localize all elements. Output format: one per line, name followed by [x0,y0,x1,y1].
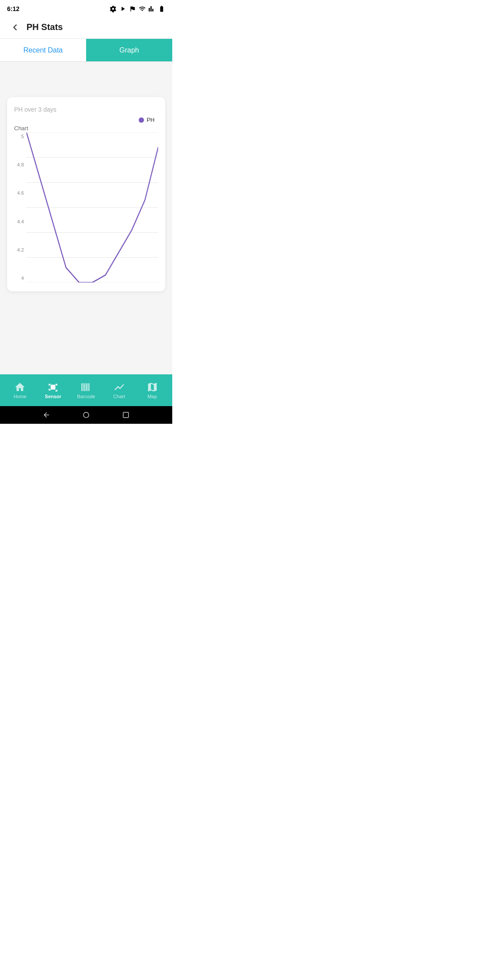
wifi-icon [139,5,146,12]
y-tick-5: 5 [21,134,24,139]
map-icon [147,381,158,393]
status-bar: 6:12 [0,0,172,16]
back-button[interactable] [7,19,23,35]
play-icon [119,5,126,12]
tab-graph[interactable]: Graph [86,39,172,61]
home-icon [14,381,26,393]
barcode-icon [80,381,92,393]
status-icons [110,5,165,12]
chart-card: PH over 3 days PH Chart 5 4.8 4.6 4.4 4.… [7,97,165,291]
main-content: PH over 3 days PH Chart 5 4.8 4.6 4.4 4.… [0,62,172,374]
bottom-nav: Home Sensor Barcode Chart Map [0,374,172,406]
nav-label-home: Home [14,394,26,399]
nav-label-sensor: Sensor [45,394,61,399]
y-tick-46: 4.6 [17,191,24,196]
android-recents-button[interactable] [121,411,130,419]
y-tick-42: 4.2 [17,248,24,253]
nav-label-chart: Chart [113,394,125,399]
nav-item-sensor[interactable]: Sensor [37,378,70,403]
nav-label-barcode: Barcode [77,394,95,399]
y-axis: 5 4.8 4.6 4.4 4.2 4 [11,132,26,283]
settings-icon [110,5,117,12]
y-tick-44: 4.4 [17,219,24,224]
android-nav-bar [0,406,172,424]
chart-svg [26,132,158,283]
back-arrow-icon [10,23,20,32]
nav-item-home[interactable]: Home [4,378,37,403]
chart-legend: PH [11,117,158,123]
flag-icon [129,5,136,12]
android-home-button[interactable] [82,411,91,419]
sensor-icon [47,381,59,393]
legend-dot [139,117,144,123]
nav-label-map: Map [148,394,157,399]
nav-item-map[interactable]: Map [136,378,169,403]
chart-y-label: Chart [14,125,158,132]
chart-plot [26,132,158,283]
android-home-icon [82,411,90,419]
tab-recent-data[interactable]: Recent Data [0,39,86,61]
svg-point-7 [83,412,89,418]
nav-item-chart[interactable]: Chart [102,378,136,403]
y-tick-4: 4 [21,276,24,281]
nav-item-barcode[interactable]: Barcode [70,378,103,403]
chart-title: PH over 3 days [14,106,158,113]
battery-icon [158,5,165,12]
android-recents-icon [122,411,130,419]
android-back-button[interactable] [42,411,51,419]
legend-label: PH [147,117,155,123]
tab-bar: Recent Data Graph [0,39,172,62]
y-tick-48: 4.8 [17,162,24,167]
page-title: PH Stats [26,22,63,32]
header: PH Stats [0,16,172,39]
chart-area: 5 4.8 4.6 4.4 4.2 4 [11,132,158,283]
svg-rect-8 [123,412,129,418]
trend-icon [114,381,125,393]
android-back-icon [42,411,50,419]
signal-icon [148,5,155,12]
status-time: 6:12 [7,5,19,12]
